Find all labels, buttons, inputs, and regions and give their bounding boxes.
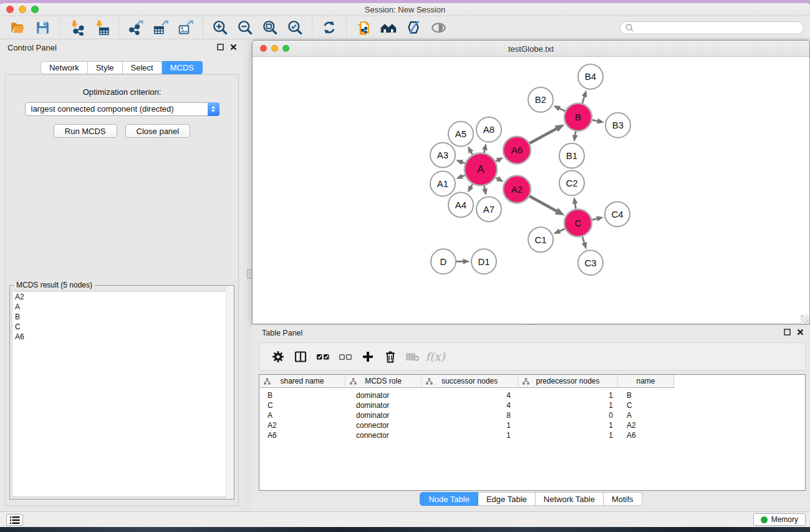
table-cell[interactable]: connector	[345, 431, 422, 440]
export-table-icon[interactable]	[150, 17, 171, 37]
task-history-button[interactable]	[6, 514, 23, 526]
table-cell[interactable]: 1	[518, 401, 618, 410]
edge-C-C4[interactable]	[592, 216, 604, 221]
graph-node-B4[interactable]: B4	[578, 64, 603, 89]
delete-table-icon[interactable]	[402, 346, 424, 367]
mcds-result-item[interactable]: B	[12, 312, 231, 322]
table-row[interactable]: Adominator80A	[259, 410, 805, 420]
import-network-icon[interactable]	[66, 17, 87, 37]
table-cell[interactable]: connector	[345, 421, 422, 430]
table-cell[interactable]: C	[259, 401, 345, 410]
home-icon[interactable]	[378, 17, 399, 37]
window-resize-grip[interactable]	[801, 315, 809, 323]
table-cell[interactable]: A6	[259, 431, 345, 440]
mcds-result-item[interactable]: A2	[12, 292, 231, 302]
edge-D-D1[interactable]	[456, 259, 470, 264]
table-cell[interactable]: 1	[518, 421, 618, 430]
graph-node-B3[interactable]: B3	[605, 113, 630, 138]
graph-node-B2[interactable]: B2	[528, 87, 553, 112]
table-cell[interactable]: dominator	[345, 391, 422, 400]
table-row[interactable]: A2connector11A2	[259, 420, 805, 430]
edge-A6-B[interactable]	[529, 124, 564, 143]
graph-node-B[interactable]: B	[564, 104, 592, 131]
close-panel-button[interactable]: Close panel	[125, 124, 191, 138]
zoom-in-icon[interactable]	[210, 17, 231, 37]
edge-A-A1[interactable]	[456, 174, 465, 179]
graph-node-A1[interactable]: A1	[430, 172, 455, 196]
graph-node-C4[interactable]: C4	[605, 201, 630, 226]
column-header-successor-nodes[interactable]: successor nodes	[422, 375, 518, 387]
table-cell[interactable]: 1	[518, 431, 618, 440]
zoom-out-icon[interactable]	[234, 17, 256, 37]
edge-A-A3[interactable]	[456, 160, 465, 165]
table-settings-icon[interactable]	[267, 346, 289, 367]
table-cell[interactable]: 4	[422, 391, 518, 400]
graph-node-A5[interactable]: A5	[448, 122, 473, 147]
edge-B-B4[interactable]	[582, 90, 587, 103]
refresh-view-icon[interactable]	[319, 17, 340, 37]
graph-node-A4[interactable]: A4	[448, 192, 473, 217]
graph-node-C1[interactable]: C1	[528, 227, 553, 252]
bird-eye-view-icon[interactable]	[428, 17, 449, 37]
search-box[interactable]	[620, 21, 804, 34]
export-image-icon[interactable]	[175, 17, 196, 37]
table-cell[interactable]: A	[259, 411, 345, 420]
table-row[interactable]: A6connector11A6	[259, 430, 805, 440]
edge-A-A2[interactable]	[496, 177, 504, 182]
tab-select[interactable]: Select	[123, 61, 162, 74]
graph-node-B1[interactable]: B1	[559, 143, 584, 168]
table-cell[interactable]: 4	[422, 401, 518, 410]
network-canvas[interactable]: AA1A2A3A4A5A6A7A8BB1B2B3B4CC1C2C3C4DD1	[253, 57, 809, 324]
float-panel-icon[interactable]	[217, 44, 224, 51]
export-network-icon[interactable]	[125, 17, 147, 37]
graph-node-A6[interactable]: A6	[503, 137, 531, 164]
mcds-result-item[interactable]: C	[12, 322, 231, 332]
delete-column-icon[interactable]	[379, 346, 402, 367]
graph-node-D[interactable]: D	[431, 249, 456, 274]
column-header-MCDS-role[interactable]: MCDS role	[345, 375, 422, 387]
table-cell[interactable]: 1	[422, 421, 518, 430]
graph-node-C[interactable]: C	[564, 209, 592, 236]
graph-node-A8[interactable]: A8	[476, 117, 501, 142]
table-cell[interactable]: 1	[518, 391, 618, 400]
graph-node-D1[interactable]: D1	[471, 249, 496, 274]
edge-A-A8[interactable]	[482, 143, 488, 153]
edge-A-A4[interactable]	[468, 184, 473, 193]
mcds-result-scrollbar[interactable]	[226, 286, 234, 499]
import-table-icon[interactable]	[91, 17, 112, 37]
edge-A-A7[interactable]	[482, 186, 488, 195]
graph-node-C3[interactable]: C3	[578, 250, 603, 275]
table-cell[interactable]: C	[618, 401, 674, 410]
graph-node-A[interactable]: A	[465, 153, 497, 186]
edge-A2-C[interactable]	[529, 196, 564, 216]
table-cell[interactable]: B	[618, 391, 674, 400]
tab-node-table[interactable]: Node Table	[420, 492, 478, 506]
run-mcds-button[interactable]: Run MCDS	[54, 124, 117, 138]
function-builder-icon[interactable]: f(x)	[424, 346, 446, 367]
close-panel-icon[interactable]	[230, 44, 237, 51]
edge-A-A6[interactable]	[496, 157, 504, 163]
graph-node-C2[interactable]: C2	[559, 171, 584, 196]
tab-network-table[interactable]: Network Table	[536, 492, 604, 506]
add-column-icon[interactable]	[357, 346, 379, 367]
network-from-selection-icon[interactable]	[353, 17, 374, 37]
open-session-icon[interactable]	[7, 17, 28, 37]
table-cell[interactable]: A6	[618, 431, 674, 440]
column-header-predecessor-nodes[interactable]: predecessor nodes	[518, 375, 618, 387]
table-cell[interactable]: 8	[422, 411, 518, 420]
network-graph[interactable]: AA1A2A3A4A5A6A7A8BB1B2B3B4CC1C2C3C4DD1	[253, 57, 809, 324]
edge-B-B2[interactable]	[553, 105, 565, 111]
tab-mcds[interactable]: MCDS	[162, 61, 203, 74]
tab-network[interactable]: Network	[41, 61, 88, 74]
graph-node-A2[interactable]: A2	[503, 176, 531, 203]
edge-B-B1[interactable]	[572, 131, 578, 142]
table-cell[interactable]: 1	[422, 431, 518, 440]
edge-A-A5[interactable]	[468, 146, 473, 155]
column-header-name[interactable]: name	[618, 375, 674, 387]
edge-B-B3[interactable]	[592, 118, 604, 124]
select-all-rows-icon[interactable]	[312, 346, 334, 367]
deselect-all-rows-icon[interactable]	[334, 346, 357, 367]
column-header-shared-name[interactable]: shared name	[259, 375, 345, 387]
hide-labels-icon[interactable]	[403, 17, 424, 37]
mcds-result-item[interactable]: A6	[12, 332, 231, 342]
